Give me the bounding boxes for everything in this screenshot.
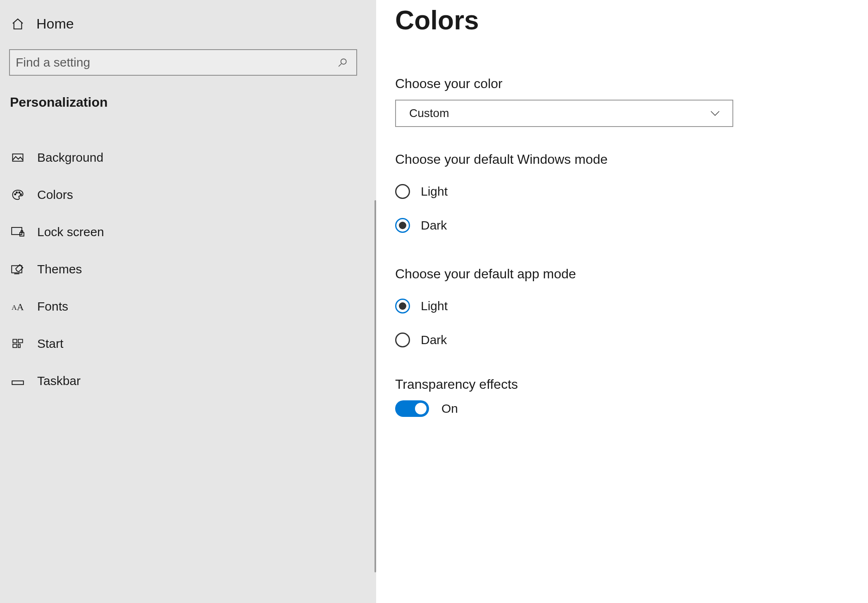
home-icon (11, 17, 25, 31)
sidebar-item-lock-screen[interactable]: Lock screen (9, 213, 367, 251)
transparency-toggle[interactable] (395, 400, 429, 417)
transparency-state-label: On (441, 402, 458, 416)
svg-point-0 (341, 59, 346, 64)
svg-rect-13 (13, 340, 17, 343)
sidebar-item-start[interactable]: Start (9, 325, 367, 362)
app-mode-label: Choose your default app mode (395, 266, 843, 282)
sidebar-item-fonts[interactable]: A A Fonts (9, 288, 367, 325)
sidebar-section-title: Personalization (9, 95, 367, 110)
sidebar-scrollbar[interactable] (374, 200, 376, 572)
windows-mode-label: Choose your default Windows mode (395, 152, 843, 167)
fonts-icon: A A (11, 301, 25, 312)
themes-icon (11, 263, 25, 275)
choose-color-label: Choose your color (395, 76, 843, 91)
sidebar-item-themes[interactable]: Themes (9, 251, 367, 288)
svg-point-5 (19, 192, 20, 193)
sidebar-item-label: Taskbar (37, 374, 81, 388)
svg-point-6 (20, 194, 21, 195)
svg-text:A: A (12, 303, 17, 311)
search-input[interactable] (16, 55, 336, 69)
svg-point-3 (14, 194, 16, 195)
svg-rect-16 (18, 344, 20, 347)
svg-rect-7 (12, 227, 22, 234)
radio-app-mode-dark[interactable]: Dark (395, 323, 843, 357)
sidebar-item-colors[interactable]: Colors (9, 176, 367, 213)
radio-label: Light (421, 299, 448, 313)
main-content: Colors Choose your color Custom Choose y… (376, 0, 868, 603)
toggle-knob (415, 403, 427, 414)
sidebar-item-label: Fonts (37, 299, 68, 313)
picture-icon (11, 151, 25, 164)
start-icon (11, 338, 25, 349)
radio-windows-mode-light[interactable]: Light (395, 175, 843, 208)
nav-home-label: Home (36, 16, 74, 32)
svg-rect-9 (12, 266, 22, 273)
radio-label: Dark (421, 218, 447, 232)
sidebar-item-label: Colors (37, 188, 73, 202)
sidebar-item-label: Themes (37, 262, 82, 276)
sidebar-item-label: Lock screen (37, 225, 104, 239)
radio-label: Dark (421, 333, 447, 347)
sidebar: Home Personalization (0, 0, 376, 603)
transparency-label: Transparency effects (395, 377, 843, 392)
page-title: Colors (395, 5, 843, 36)
choose-color-value: Custom (409, 107, 449, 120)
radio-label: Light (421, 184, 448, 199)
sidebar-item-background[interactable]: Background (9, 139, 367, 176)
choose-color-select[interactable]: Custom (395, 100, 733, 127)
svg-rect-17 (12, 381, 24, 385)
svg-line-1 (339, 64, 341, 67)
radio-checked-icon (395, 218, 410, 233)
radio-unchecked-icon (395, 184, 410, 199)
lockscreen-icon (11, 226, 25, 238)
search-icon (336, 56, 349, 69)
search-input-container[interactable] (9, 49, 357, 76)
radio-unchecked-icon (395, 333, 410, 347)
sidebar-item-label: Start (37, 337, 63, 351)
palette-icon (11, 189, 25, 201)
svg-text:A: A (17, 302, 24, 312)
svg-rect-14 (18, 340, 22, 343)
chevron-down-icon (710, 108, 720, 118)
radio-checked-icon (395, 299, 410, 313)
taskbar-icon (11, 376, 25, 386)
radio-app-mode-light[interactable]: Light (395, 289, 843, 323)
svg-rect-2 (13, 154, 23, 161)
svg-rect-15 (13, 344, 17, 347)
svg-point-4 (16, 192, 17, 193)
radio-windows-mode-dark[interactable]: Dark (395, 208, 843, 242)
sidebar-item-label: Background (37, 151, 103, 165)
nav-home[interactable]: Home (9, 12, 367, 42)
sidebar-item-taskbar[interactable]: Taskbar (9, 362, 367, 400)
